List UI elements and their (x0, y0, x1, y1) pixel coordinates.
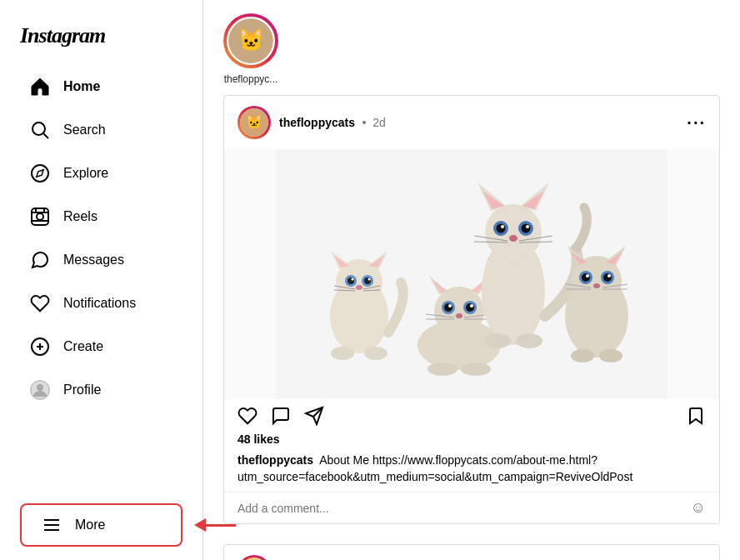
sidebar-item-home[interactable]: Home (10, 67, 192, 107)
sidebar-item-profile[interactable]: Profile (10, 370, 192, 410)
arrow-indicator (194, 518, 236, 532)
home-icon (30, 77, 50, 97)
comment-placeholder[interactable]: Add a comment... (238, 502, 329, 515)
create-icon (30, 337, 50, 357)
explore-icon (30, 163, 50, 183)
svg-rect-3 (32, 208, 48, 225)
svg-point-49 (444, 303, 452, 312)
svg-point-50 (466, 303, 474, 312)
story-item[interactable]: 🐱 thefloppyc... (223, 13, 278, 85)
sidebar-item-search[interactable]: Search (10, 110, 192, 150)
home-label: Home (63, 79, 100, 94)
sidebar-item-reels[interactable]: Reels (10, 197, 192, 237)
svg-point-33 (368, 278, 371, 281)
reels-label: Reels (63, 209, 98, 224)
svg-point-2 (32, 165, 48, 182)
sidebar-item-notifications[interactable]: Notifications (10, 283, 192, 323)
story-avatar-ring: 🐱 (223, 13, 278, 68)
svg-point-42 (434, 287, 484, 337)
add-comment-bar: Add a comment... ☺ (224, 492, 719, 523)
svg-point-97 (599, 349, 622, 362)
svg-point-58 (428, 362, 458, 376)
svg-point-0 (32, 122, 45, 135)
profile-avatar-icon (30, 380, 50, 400)
post-separator: • (362, 116, 369, 129)
post-image (224, 149, 719, 399)
like-button[interactable] (238, 406, 258, 426)
svg-point-68 (497, 224, 506, 233)
share-button[interactable] (304, 406, 324, 426)
svg-point-52 (470, 304, 473, 308)
svg-point-53 (456, 313, 462, 318)
svg-point-4 (37, 213, 43, 220)
svg-point-72 (509, 235, 518, 242)
second-post-header-left: 🦁 truu.tw (238, 555, 318, 560)
svg-point-87 (582, 273, 590, 282)
svg-point-69 (522, 224, 531, 233)
svg-point-34 (356, 285, 362, 290)
comment-button[interactable] (271, 406, 291, 426)
post-actions-left (238, 406, 324, 426)
svg-text:🐱: 🐱 (246, 114, 262, 130)
svg-point-90 (608, 274, 611, 278)
second-post-header: 🦁 truu.tw ··· (224, 545, 719, 560)
notifications-icon (30, 293, 50, 313)
sidebar-item-explore[interactable]: Explore (10, 153, 192, 193)
post-time: 2d (372, 116, 386, 129)
search-label: Search (63, 122, 106, 138)
bookmark-button[interactable] (686, 406, 706, 426)
search-icon (30, 120, 50, 140)
svg-point-61 (485, 204, 542, 261)
post-author-info: thefloppycats • 2d (279, 115, 386, 130)
notifications-label: Notifications (63, 296, 136, 311)
messages-label: Messages (63, 252, 124, 268)
emoji-button[interactable]: ☺ (691, 499, 706, 517)
main-feed: 🐱 thefloppyc... 🐱 (203, 0, 740, 560)
svg-point-51 (448, 304, 452, 308)
sidebar-item-messages[interactable]: Messages (10, 240, 192, 280)
svg-point-96 (571, 349, 594, 362)
second-post-preview: 🦁 truu.tw ··· (223, 544, 720, 560)
more-button[interactable]: More (20, 503, 182, 547)
svg-point-39 (331, 347, 354, 360)
caption-author[interactable]: thefloppycats (238, 453, 313, 467)
stories-bar: 🐱 thefloppyc... (223, 0, 720, 95)
svg-point-32 (352, 278, 354, 281)
post-actions (224, 399, 719, 432)
reels-icon (30, 207, 50, 227)
post-card: 🐱 thefloppycats • 2d ··· (223, 95, 720, 524)
svg-point-88 (603, 273, 612, 282)
post-author-avatar: 🐱 (240, 108, 268, 137)
more-label: More (75, 518, 105, 532)
svg-point-89 (586, 274, 589, 278)
svg-point-40 (364, 347, 388, 360)
svg-point-78 (516, 333, 542, 348)
explore-label: Explore (63, 166, 108, 181)
svg-point-13 (37, 384, 43, 391)
more-icon (42, 515, 62, 535)
instagram-logo[interactable]: Instagram (0, 10, 202, 65)
post-caption: thefloppycats About Me https://www.flopp… (224, 449, 719, 492)
sidebar-item-create[interactable]: Create (10, 327, 192, 367)
svg-point-70 (501, 225, 504, 228)
messages-icon (30, 250, 50, 270)
profile-label: Profile (63, 382, 101, 398)
post-options-button[interactable]: ··· (687, 113, 706, 132)
second-post-avatar-ring[interactable]: 🦁 (238, 555, 271, 560)
story-avatar: 🐱 (227, 17, 275, 65)
create-label: Create (63, 339, 103, 354)
post-header: 🐱 thefloppycats • 2d ··· (224, 96, 719, 149)
post-header-left: 🐱 thefloppycats • 2d (238, 106, 386, 139)
svg-point-77 (484, 333, 511, 348)
svg-text:🐱: 🐱 (238, 27, 265, 53)
svg-point-91 (593, 283, 600, 288)
story-username: thefloppyc... (224, 73, 278, 85)
sidebar: Instagram Home Search Explore (0, 0, 203, 560)
post-author-avatar-ring[interactable]: 🐱 (238, 106, 271, 139)
svg-line-1 (44, 134, 49, 139)
svg-point-59 (461, 362, 491, 376)
post-likes: 48 likes (224, 432, 719, 449)
svg-point-71 (526, 225, 529, 228)
post-author-name[interactable]: thefloppycats (279, 116, 355, 129)
